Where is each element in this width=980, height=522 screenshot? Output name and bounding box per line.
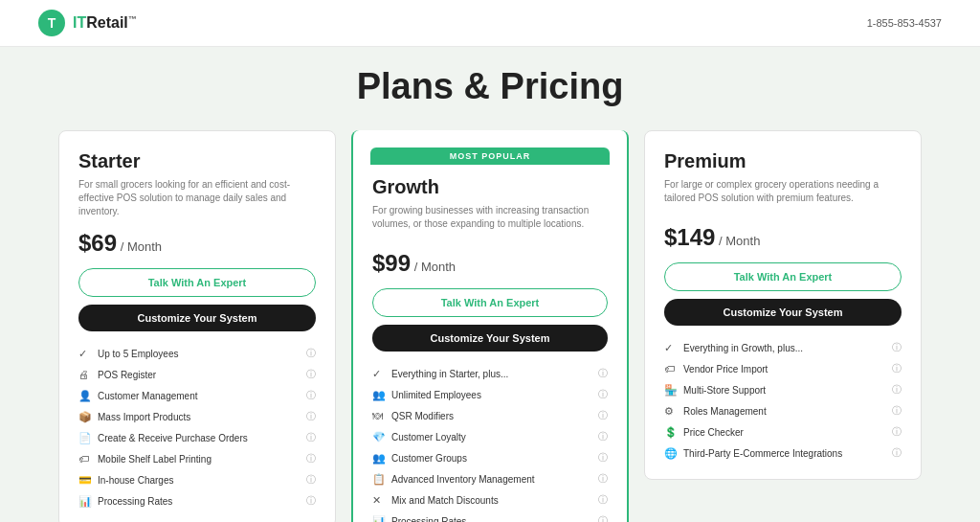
feature-icon: 🏷	[78, 453, 92, 465]
feature-item: 📋 Advanced Inventory Management ⓘ	[372, 472, 608, 486]
feature-text: Roles Management	[683, 406, 767, 417]
feature-item: 🍽 QSR Modifiers ⓘ	[372, 409, 608, 422]
feature-text: Multi-Store Support	[683, 385, 766, 396]
feature-text: Processing Rates	[391, 516, 466, 523]
feature-info-icon[interactable]: ⓘ	[598, 451, 608, 465]
feature-icon: 👥	[372, 389, 386, 401]
talk-expert-button-growth[interactable]: Talk With An Expert	[372, 288, 608, 317]
feature-item: ✓ Up to 5 Employees ⓘ	[78, 347, 316, 360]
feature-text: POS Register	[98, 370, 156, 380]
feature-text: In-house Charges	[98, 475, 174, 486]
feature-text: Third-Party E-Commerce Integrations	[683, 448, 842, 459]
feature-item: 👥 Unlimited Employees ⓘ	[372, 388, 608, 401]
feature-icon: 💲	[664, 426, 678, 439]
features-list-premium: ✓ Everything in Growth, plus... ⓘ 🏷 Vend…	[664, 341, 902, 460]
logo-icon: T	[38, 10, 65, 36]
plan-card-growth: MOST POPULARGrowthFor growing businesses…	[351, 130, 629, 522]
feature-info-icon[interactable]: ⓘ	[306, 410, 316, 423]
feature-info-icon[interactable]: ⓘ	[892, 362, 902, 375]
feature-icon: 🏷	[664, 363, 678, 374]
customize-button-premium[interactable]: Customize Your System	[664, 299, 902, 326]
feature-item: 🏷 Mobile Shelf Label Printing ⓘ	[78, 452, 316, 465]
feature-icon: 👤	[78, 390, 92, 402]
feature-text: Unlimited Employees	[391, 390, 481, 400]
feature-item: 📊 Processing Rates ⓘ	[78, 494, 316, 508]
feature-info-icon[interactable]: ⓘ	[598, 409, 608, 422]
feature-info-icon[interactable]: ⓘ	[892, 425, 902, 439]
logo: T ITRetail™	[38, 10, 137, 36]
phone-number: 1-855-853-4537	[867, 17, 942, 29]
feature-icon: 📦	[78, 411, 92, 423]
feature-info-icon[interactable]: ⓘ	[892, 341, 902, 354]
feature-info-icon[interactable]: ⓘ	[306, 347, 316, 360]
feature-info-icon[interactable]: ⓘ	[598, 388, 608, 401]
feature-info-icon[interactable]: ⓘ	[306, 368, 316, 381]
feature-item: 💳 In-house Charges ⓘ	[78, 473, 316, 487]
talk-expert-button-premium[interactable]: Talk With An Expert	[664, 262, 902, 291]
feature-text: Mobile Shelf Label Printing	[98, 454, 212, 465]
feature-text: Processing Rates	[98, 496, 172, 507]
feature-item: ⚙ Roles Management ⓘ	[664, 404, 902, 418]
plan-desc-starter: For small grocers looking for an efficie…	[78, 178, 316, 218]
feature-icon: 👥	[372, 452, 386, 465]
feature-item: 🏷 Vendor Price Import ⓘ	[664, 362, 902, 375]
feature-text: Up to 5 Employees	[98, 349, 179, 359]
feature-text: Customer Management	[98, 391, 198, 401]
feature-icon: ⚙	[664, 405, 678, 418]
feature-info-icon[interactable]: ⓘ	[892, 404, 902, 418]
feature-item: 🌐 Third-Party E-Commerce Integrations ⓘ	[664, 446, 902, 460]
plan-card-premium: PremiumFor large or complex grocery oper…	[644, 130, 922, 480]
feature-info-icon[interactable]: ⓘ	[598, 367, 608, 380]
feature-icon: ✓	[372, 368, 386, 380]
talk-expert-button-starter[interactable]: Talk With An Expert	[78, 268, 316, 297]
feature-text: Price Checker	[683, 427, 744, 438]
plan-desc-premium: For large or complex grocery operations …	[664, 178, 902, 213]
customize-button-starter[interactable]: Customize Your System	[78, 305, 316, 331]
feature-icon: 🌐	[664, 447, 678, 460]
feature-info-icon[interactable]: ⓘ	[306, 494, 316, 508]
feature-icon: 📄	[78, 432, 92, 444]
feature-text: Customer Loyalty	[391, 432, 466, 443]
feature-icon: 📋	[372, 473, 386, 486]
page-title: Plans & Pricing	[38, 66, 942, 107]
features-list-starter: ✓ Up to 5 Employees ⓘ 🖨 POS Register ⓘ 👤…	[78, 347, 316, 508]
header: T ITRetail™ 1-855-853-4537	[0, 0, 980, 47]
plan-price-growth: $99 / Month	[372, 250, 608, 277]
plan-price-premium: $149 / Month	[664, 224, 902, 251]
feature-text: Everything in Starter, plus...	[391, 369, 508, 379]
feature-item: 🏪 Multi-Store Support ⓘ	[664, 383, 902, 397]
feature-text: Customer Groups	[391, 453, 467, 464]
feature-icon: ✕	[372, 494, 386, 507]
feature-item: 📊 Processing Rates ⓘ	[372, 514, 608, 522]
feature-info-icon[interactable]: ⓘ	[306, 473, 316, 487]
feature-text: Mix and Match Discounts	[391, 495, 499, 506]
feature-info-icon[interactable]: ⓘ	[598, 493, 608, 507]
plan-name-premium: Premium	[664, 150, 902, 172]
feature-item: 💲 Price Checker ⓘ	[664, 425, 902, 439]
plan-card-starter: StarterFor small grocers looking for an …	[58, 130, 336, 522]
feature-info-icon[interactable]: ⓘ	[892, 446, 902, 460]
feature-text: Everything in Growth, plus...	[683, 343, 803, 353]
feature-info-icon[interactable]: ⓘ	[892, 383, 902, 397]
plans-container: StarterFor small grocers looking for an …	[38, 130, 942, 522]
feature-info-icon[interactable]: ⓘ	[598, 430, 608, 443]
feature-text: Vendor Price Import	[683, 364, 768, 374]
feature-info-icon[interactable]: ⓘ	[306, 452, 316, 465]
plan-price-starter: $69 / Month	[78, 230, 316, 257]
feature-item: 🖨 POS Register ⓘ	[78, 368, 316, 381]
feature-item: 📦 Mass Import Products ⓘ	[78, 410, 316, 423]
feature-icon: ✓	[664, 342, 678, 354]
plan-desc-growth: For growing businesses with increasing t…	[372, 204, 608, 238]
feature-info-icon[interactable]: ⓘ	[306, 389, 316, 402]
feature-item: 📄 Create & Receive Purchase Orders ⓘ	[78, 431, 316, 444]
customize-button-growth[interactable]: Customize Your System	[372, 325, 608, 352]
main-content: Plans & Pricing StarterFor small grocers…	[0, 47, 980, 522]
feature-icon: 💳	[78, 474, 92, 487]
feature-icon: ✓	[78, 348, 92, 360]
feature-info-icon[interactable]: ⓘ	[598, 514, 608, 522]
feature-info-icon[interactable]: ⓘ	[598, 472, 608, 486]
feature-info-icon[interactable]: ⓘ	[306, 431, 316, 444]
feature-item: ✓ Everything in Starter, plus... ⓘ	[372, 367, 608, 380]
feature-icon: 📊	[78, 495, 92, 508]
feature-text: Advanced Inventory Management	[391, 474, 535, 485]
